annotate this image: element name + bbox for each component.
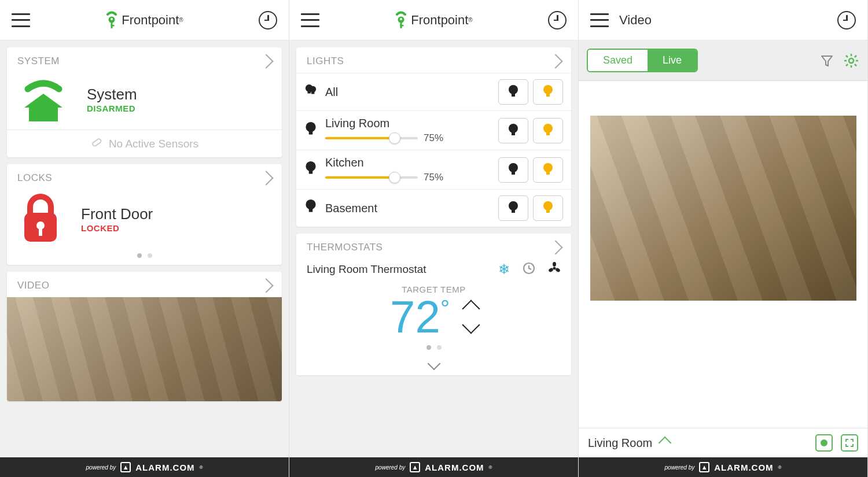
light-name: All bbox=[325, 86, 490, 99]
sensors-row[interactable]: No Active Sensors bbox=[7, 130, 282, 157]
lock-status: LOCKED bbox=[81, 223, 153, 233]
powered-by: powered by bbox=[86, 464, 116, 471]
temp-up-button[interactable] bbox=[462, 299, 480, 317]
chevron-right-icon[interactable] bbox=[548, 54, 562, 68]
record-button[interactable] bbox=[815, 434, 833, 452]
segmented-control: Saved Live bbox=[587, 49, 698, 72]
svg-line-49 bbox=[855, 64, 856, 66]
house-disarmed-icon bbox=[17, 76, 69, 123]
svg-point-22 bbox=[509, 124, 518, 133]
svg-point-34 bbox=[509, 201, 518, 210]
svg-point-24 bbox=[543, 124, 553, 133]
live-video-feed[interactable] bbox=[590, 116, 856, 301]
brightness-slider[interactable] bbox=[325, 137, 418, 139]
alarm-logo-icon: ▲ bbox=[699, 462, 709, 472]
light-off-button[interactable] bbox=[498, 195, 528, 221]
alarm-logo-icon: ▲ bbox=[120, 462, 131, 472]
chevron-right-icon[interactable] bbox=[259, 54, 273, 68]
thermostats-card-header[interactable]: THERMOSTATS bbox=[296, 234, 571, 259]
alarm-logo-icon: ▲ bbox=[410, 462, 420, 472]
alarm-name: ALARM.COM bbox=[714, 463, 773, 472]
svg-rect-31 bbox=[546, 171, 550, 175]
thermostats-card: THERMOSTATS Living Room Thermostat ❄ TAR… bbox=[296, 234, 571, 375]
light-off-button[interactable] bbox=[498, 79, 528, 105]
chevron-right-icon[interactable] bbox=[259, 278, 273, 293]
menu-icon[interactable] bbox=[12, 13, 30, 27]
tab-live[interactable]: Live bbox=[648, 50, 697, 71]
pager-dots[interactable] bbox=[7, 247, 282, 265]
svg-line-50 bbox=[855, 56, 856, 57]
svg-point-30 bbox=[543, 163, 553, 172]
brand-logo: Frontpoint® bbox=[105, 11, 183, 29]
bulb-multi-icon bbox=[304, 83, 317, 101]
video-card-header[interactable]: VIDEO bbox=[7, 272, 282, 297]
video-card-title: VIDEO bbox=[17, 280, 49, 291]
topbar: Frontpoint® bbox=[0, 0, 289, 40]
light-row-basement: Basement bbox=[296, 189, 571, 227]
filter-icon[interactable] bbox=[819, 53, 835, 69]
light-name: Kitchen bbox=[325, 156, 490, 169]
alarm-name: ALARM.COM bbox=[425, 463, 484, 472]
temp-value: 72° bbox=[390, 294, 450, 339]
svg-rect-27 bbox=[309, 170, 312, 173]
sensors-text: No Active Sensors bbox=[109, 138, 198, 150]
svg-line-48 bbox=[846, 56, 848, 57]
thermostat-name: Living Room Thermostat bbox=[307, 263, 426, 276]
tab-saved[interactable]: Saved bbox=[588, 50, 648, 71]
bulb-icon bbox=[304, 161, 317, 179]
chevron-right-icon[interactable] bbox=[548, 240, 562, 254]
camera-up-icon[interactable] bbox=[659, 437, 672, 450]
light-off-button[interactable] bbox=[498, 157, 528, 183]
svg-point-26 bbox=[306, 161, 315, 171]
light-row-kitchen: Kitchen 75% bbox=[296, 150, 571, 189]
svg-point-40 bbox=[553, 262, 556, 267]
locks-card-header[interactable]: LOCKS bbox=[7, 164, 282, 190]
fan-icon[interactable] bbox=[548, 262, 561, 277]
video-thumbnail[interactable] bbox=[7, 297, 282, 401]
locks-card-title: LOCKS bbox=[17, 172, 52, 184]
menu-icon[interactable] bbox=[590, 13, 609, 27]
light-row-all: All bbox=[296, 73, 571, 110]
svg-point-9 bbox=[400, 18, 402, 20]
footer: powered by ▲ ALARM.COM® bbox=[289, 457, 578, 477]
history-icon[interactable] bbox=[837, 11, 856, 29]
light-off-button[interactable] bbox=[498, 118, 528, 143]
chevron-down-icon[interactable] bbox=[427, 357, 440, 371]
light-on-button[interactable] bbox=[533, 195, 563, 221]
video-card: VIDEO bbox=[7, 272, 282, 401]
system-card-title: SYSTEM bbox=[17, 56, 60, 67]
powered-by: powered by bbox=[665, 464, 695, 471]
fullscreen-button[interactable] bbox=[841, 434, 858, 452]
lights-card-header[interactable]: LIGHTS bbox=[296, 47, 571, 73]
svg-point-36 bbox=[543, 201, 553, 210]
temp-down-button[interactable] bbox=[462, 316, 480, 334]
menu-icon[interactable] bbox=[301, 13, 319, 27]
system-card-header[interactable]: SYSTEM bbox=[7, 47, 282, 73]
schedule-icon[interactable] bbox=[523, 262, 535, 277]
lock-label: Front Door bbox=[81, 205, 153, 223]
footer: powered by ▲ ALARM.COM® bbox=[0, 457, 289, 477]
history-icon[interactable] bbox=[259, 11, 277, 29]
light-on-button[interactable] bbox=[533, 157, 563, 183]
brand-name: Frontpoint bbox=[411, 13, 468, 28]
svg-rect-21 bbox=[309, 131, 312, 134]
svg-point-28 bbox=[509, 163, 518, 172]
locks-card: LOCKS Front Door LOCKED bbox=[7, 164, 282, 265]
camera-bar: Living Room bbox=[579, 428, 867, 457]
lock-icon bbox=[17, 193, 64, 245]
alarm-name: ALARM.COM bbox=[135, 463, 194, 472]
light-on-button[interactable] bbox=[533, 118, 563, 143]
snowflake-icon[interactable]: ❄ bbox=[498, 261, 510, 278]
light-on-button[interactable] bbox=[533, 79, 563, 105]
svg-rect-19 bbox=[546, 93, 550, 97]
svg-point-16 bbox=[509, 85, 518, 94]
chevron-right-icon[interactable] bbox=[259, 171, 273, 185]
screen-video: Video Saved Live Living Room powered by bbox=[579, 0, 868, 477]
brand-logo: Frontpoint® bbox=[395, 11, 472, 29]
brightness-slider[interactable] bbox=[325, 176, 418, 179]
history-icon[interactable] bbox=[548, 11, 567, 29]
topbar: Frontpoint® bbox=[289, 0, 578, 40]
gear-icon[interactable] bbox=[843, 53, 859, 69]
brightness-value: 75% bbox=[424, 132, 449, 144]
svg-point-32 bbox=[306, 199, 315, 209]
